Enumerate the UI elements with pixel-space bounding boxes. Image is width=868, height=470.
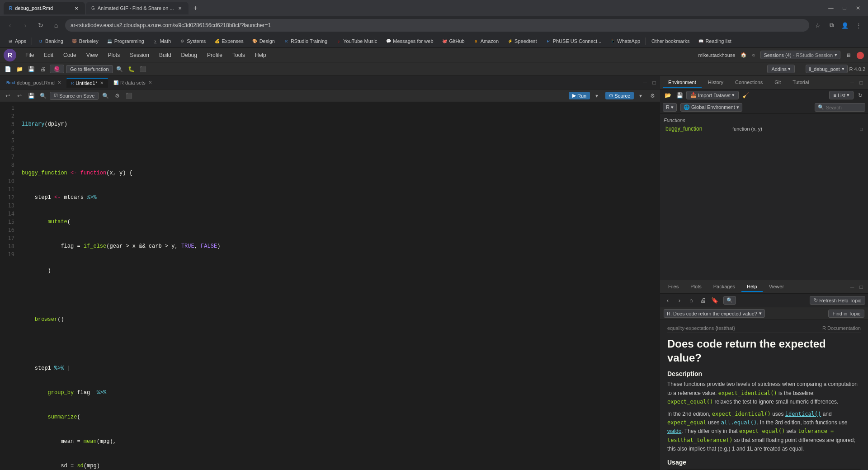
editor-settings-btn[interactable]: ⚙ [647,91,657,101]
menu-tools[interactable]: Tools [228,50,250,60]
panel-tab-packages[interactable]: Packages [708,282,741,292]
env-search-input[interactable] [826,105,862,110]
bookmark-star[interactable]: ☆ [812,19,824,31]
find-replace-btn[interactable]: 🔍 [38,91,48,101]
tab-close-rdatasets[interactable]: ✕ [148,80,152,85]
editor-tab-untitled1[interactable]: R Untitled1* ✕ [66,78,108,88]
bookmark-other[interactable]: Other bookmarks [648,38,693,45]
redo-btn[interactable]: ↩ [14,91,24,101]
debug-btn[interactable]: 🐛 [127,64,137,74]
bookmark-berkeley[interactable]: 🐻 Berkeley [68,37,102,45]
bookmark-whatsapp[interactable]: 📱 WhatsApp [606,37,644,45]
nav-back[interactable]: ‹ [4,19,16,32]
tab-close-untitled1[interactable]: ✕ [100,80,104,85]
help-minimize[interactable]: ─ [848,283,856,291]
menu-session[interactable]: Session [125,50,154,60]
function-expand-1[interactable]: □ [860,127,863,132]
menu-file[interactable]: File [21,50,38,60]
pane-minimize[interactable]: ─ [641,79,649,87]
help-home-btn[interactable]: ⌂ [686,296,696,306]
project-selector[interactable]: li_debug_post ▾ [806,65,848,73]
panel-tab-git[interactable]: Git [769,78,786,88]
save-workspace-btn[interactable]: 💾 [675,90,684,100]
editor-tab-rdatasets[interactable]: 📊 R data sets ✕ [109,78,156,87]
r-selector[interactable]: R ▾ [663,103,677,112]
menu-debug[interactable]: Debug [177,50,202,60]
knit-btn[interactable]: 🧶 [50,65,64,73]
tab-close-2[interactable]: ✕ [177,5,183,11]
nav-reload[interactable]: ↻ [34,19,47,32]
tab-close-debug-post[interactable]: ✕ [57,80,61,85]
tab-add-button[interactable]: + [189,2,202,14]
tab-close-1[interactable]: ✕ [73,5,80,11]
undo-btn[interactable]: ↩ [3,91,13,101]
panel-tab-connections[interactable]: Connections [730,78,768,88]
bookmark-amazon[interactable]: a Amazon [469,37,502,45]
pane-maximize[interactable]: □ [650,79,658,87]
source-on-save-btn[interactable]: ☑ Source on Save [50,92,99,100]
editor-tab-debug-post[interactable]: Rmd debug_post.Rmd ✕ [2,78,66,87]
tools-btn[interactable]: ⚙ [112,91,122,101]
help-maximize[interactable]: □ [857,283,865,291]
save-current-btn[interactable]: 💾 [26,91,36,101]
print-btn[interactable]: 🖨 [38,64,48,74]
browser-tab-1[interactable]: R debug_post.Rmd ✕ [4,2,85,14]
profile-icon[interactable]: 👤 [839,19,851,31]
env-selector[interactable]: 🌐 Global Environment ▾ [680,103,742,112]
nav-home[interactable]: ⌂ [50,19,62,32]
extensions-icon[interactable]: ⧉ [826,19,837,31]
window-close[interactable]: ✕ [852,2,864,14]
bookmark-speedtest[interactable]: ⚡ Speedtest [503,37,541,45]
help-back-btn[interactable]: ‹ [663,296,673,306]
panel-tab-tutorial[interactable]: Tutorial [787,78,814,88]
window-minimize[interactable]: ─ [825,2,837,14]
panel-tab-environment[interactable]: Environment [663,78,702,88]
bookmark-systems[interactable]: ⚙ Systems [175,37,209,45]
bookmark-messages[interactable]: 💬 Messages for web [382,37,437,45]
stop-btn[interactable]: ⬛ [138,64,148,74]
env-maximize[interactable]: □ [857,79,865,87]
help-bookmark-btn[interactable]: 🔖 [710,296,720,306]
search-code-btn[interactable]: 🔍 [100,91,110,101]
bookmark-reading-list[interactable]: 📖 Reading list [694,37,735,45]
menu-plots[interactable]: Plots [104,50,125,60]
help-forward-btn[interactable]: › [675,296,684,306]
code-content[interactable]: library(dplyr) buggy_function <- functio… [18,102,660,470]
go-to-file-btn[interactable]: Go to file/function [66,65,113,73]
menu-profile[interactable]: Profile [203,50,227,60]
window-restore[interactable]: □ [838,2,851,14]
sessions-selector[interactable]: Sessions (4) · RStudio Session ▾ [760,51,840,59]
help-query-dropdown[interactable]: R: Does code return the expected value? … [664,309,765,318]
save-btn[interactable]: 💾 [26,64,36,74]
bookmark-math[interactable]: ∑ Math [149,37,175,45]
menu-edit[interactable]: Edit [39,50,58,60]
load-workspace-btn[interactable]: 📂 [663,90,673,100]
bookmark-programming[interactable]: 💻 Programming [103,37,148,45]
refresh-help-btn[interactable]: ↻ Refresh Help Topic [810,296,865,305]
new-file-btn[interactable]: 📄 [3,64,13,74]
browser-menu[interactable]: ⋮ [853,19,864,31]
panel-tab-history[interactable]: History [703,78,729,88]
bookmark-banking[interactable]: B Banking [34,37,67,45]
import-dataset-btn[interactable]: 📥 Import Dataset ▾ [686,91,739,99]
source-dropdown[interactable]: ▾ [636,91,646,101]
panel-tab-help[interactable]: Help [741,282,763,292]
env-minimize[interactable]: ─ [848,79,856,87]
browser-tab-2[interactable]: G Animated GIF · Find & Share on ... ✕ [86,2,189,14]
help-search-area[interactable]: 🔍 [723,296,736,305]
menu-help[interactable]: Help [250,50,271,60]
menu-view[interactable]: View [82,50,103,60]
bookmark-apps[interactable]: ⊞ Apps [4,37,30,45]
panel-tab-files[interactable]: Files [663,282,684,292]
env-search[interactable]: 🔍 [815,103,865,112]
bookmark-phuse[interactable]: P PhUSE US Connect... [542,37,605,45]
address-bar[interactable]: ar-rstudiodev.eastus2.cloudapp.azure.com… [65,19,809,32]
find-btn[interactable]: 🔍 [115,64,125,74]
list-view-btn[interactable]: ≡ List ▾ [829,91,854,99]
addins-btn[interactable]: Addins ▾ [767,65,795,73]
panel-tab-viewer[interactable]: Viewer [764,282,789,292]
nav-forward[interactable]: › [19,19,32,32]
env-refresh-btn[interactable]: ↻ [855,90,865,100]
bookmark-rstudio-training[interactable]: R RStudio Training [279,37,331,45]
bookmark-expenses[interactable]: 💰 Expenses [210,37,247,45]
